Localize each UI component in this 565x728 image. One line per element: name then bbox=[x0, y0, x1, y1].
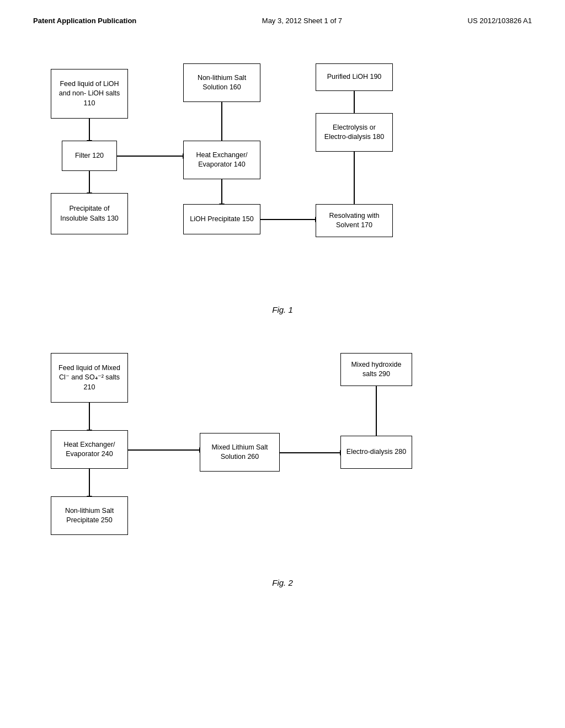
box-160: Non-lithium Salt Solution 160 bbox=[183, 63, 260, 102]
fig1-diagram: Feed liquid of LiOH and non- LiOH salts … bbox=[45, 58, 520, 295]
box-290: Mixed hydroxide salts 290 bbox=[340, 353, 412, 386]
fig2-label: Fig. 2 bbox=[33, 578, 532, 587]
arrow-120-140 bbox=[117, 156, 183, 157]
fig2-diagram: Feed liquid of Mixed Cl⁻ and SO₄⁻² salts… bbox=[45, 347, 520, 568]
arrow-170-180 bbox=[354, 146, 355, 204]
page: Patent Application Publication May 3, 20… bbox=[0, 0, 565, 728]
box-280: Electro-dialysis 280 bbox=[340, 436, 412, 469]
arrow-210-240 bbox=[89, 403, 90, 430]
box-170: Resolvating with Solvent 170 bbox=[316, 204, 393, 237]
arrow-150-170 bbox=[260, 219, 316, 220]
arrow-240-250 bbox=[89, 469, 90, 496]
arrow-260-280 bbox=[280, 452, 340, 453]
fig2-section: Feed liquid of Mixed Cl⁻ and SO₄⁻² salts… bbox=[33, 347, 532, 587]
header-right: US 2012/103826 A1 bbox=[468, 17, 532, 25]
box-150: LiOH Precipitate 150 bbox=[183, 204, 260, 234]
box-110: Feed liquid of LiOH and non- LiOH salts … bbox=[51, 69, 128, 119]
box-250: Non-lithium Salt Precipitate 250 bbox=[51, 496, 128, 535]
box-260: Mixed Lithium Salt Solution 260 bbox=[200, 433, 280, 472]
arrow-140-150 bbox=[221, 179, 222, 204]
fig1-label: Fig. 1 bbox=[33, 305, 532, 314]
box-240: Heat Exchanger/ Evaporator 240 bbox=[51, 430, 128, 469]
page-header: Patent Application Publication May 3, 20… bbox=[33, 17, 532, 36]
fig1-section: Feed liquid of LiOH and non- LiOH salts … bbox=[33, 58, 532, 314]
box-120: Filter 120 bbox=[62, 141, 117, 171]
arrow-110-120 bbox=[89, 119, 90, 141]
arrow-240-260 bbox=[128, 449, 200, 451]
header-center: May 3, 2012 Sheet 1 of 7 bbox=[262, 17, 342, 25]
arrow-120-130 bbox=[89, 171, 90, 193]
box-190: Purified LiOH 190 bbox=[316, 63, 393, 91]
header-left: Patent Application Publication bbox=[33, 17, 136, 25]
box-130: Precipitate of Insoluble Salts 130 bbox=[51, 193, 128, 234]
box-210: Feed liquid of Mixed Cl⁻ and SO₄⁻² salts… bbox=[51, 353, 128, 403]
box-180: Electrolysis or Electro-dialysis 180 bbox=[316, 113, 393, 152]
box-140: Heat Exchanger/ Evaporator 140 bbox=[183, 141, 260, 179]
